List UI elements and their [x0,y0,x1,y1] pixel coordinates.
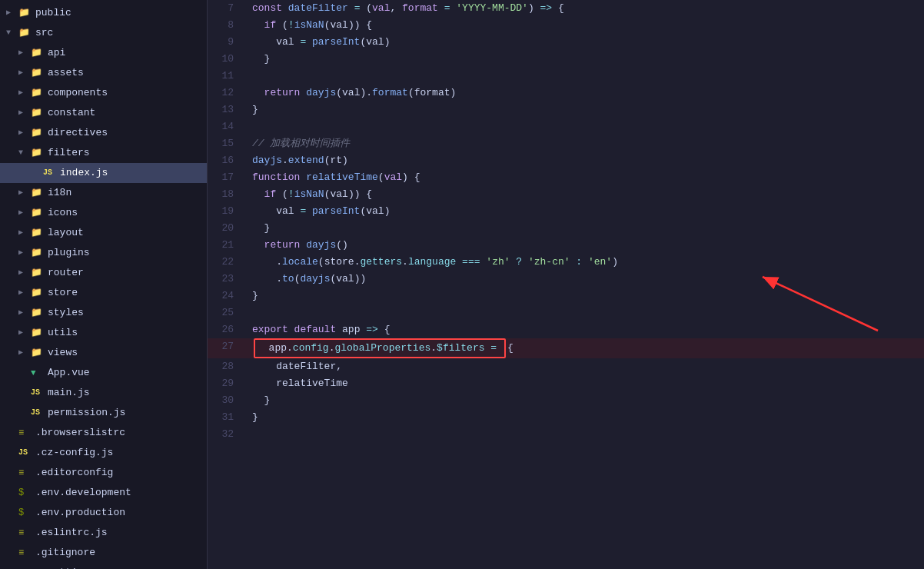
token: } [252,290,258,301]
sidebar-item-permission-js[interactable]: JS permission.js [0,403,207,423]
token: ! [288,19,294,31]
file-label: assets [48,65,201,82]
token: dayjs [252,155,282,166]
chevron-icon: ▶ [18,185,31,201]
env-file-icon: $ [18,484,32,501]
token: val [252,205,294,217]
sidebar-item-eslintrc-js[interactable]: ≡ .eslintrc.js [0,523,207,543]
sidebar-item-layout[interactable]: ▶ 📁 layout [0,223,207,243]
folder-icon: 📁 [31,344,45,361]
token: ( [336,87,342,98]
file-label: store [48,284,201,301]
sidebar-item-api[interactable]: ▶ 📁 api [0,43,207,63]
sidebar-item-styles[interactable]: ▶ 📁 styles [0,303,207,323]
line-content: val = parseInt(val) [246,203,924,220]
file-label: constant [48,105,201,121]
sidebar-item-router[interactable]: ▶ 📁 router [0,263,207,283]
token: language [408,256,456,268]
sidebar-item-components[interactable]: ▶ 📁 components [0,83,207,103]
sidebar-item-main-js[interactable]: JS main.js [0,383,207,403]
line-content: return dayjs() [246,237,924,254]
token: default [294,324,342,335]
sidebar-item-utils[interactable]: ▶ 📁 utils [0,323,207,343]
token: ( [318,256,324,268]
token: val [384,171,402,183]
token: ) { [402,171,420,183]
sidebar-item-plugins[interactable]: ▶ 📁 plugins [0,243,207,263]
sidebar-item-App-vue[interactable]: ▼ App.vue [0,363,207,383]
token: isNaN [294,188,324,200]
sidebar-item-env-development[interactable]: $ .env.development [0,483,207,503]
chevron-icon: ▶ [18,225,31,241]
env-file-icon: $ [18,504,32,521]
chevron-icon: ▶ [18,344,31,361]
sidebar-item-public[interactable]: ▶ 📁 public [0,3,207,23]
token: )) { [348,19,372,31]
token: // 加载相对时间插件 [252,138,350,149]
chevron-icon: ▶ [18,125,31,141]
line-number: 14 [208,118,246,135]
code-line: 15// 加载相对时间插件 [208,135,924,152]
token: } [252,411,258,423]
sidebar-item-icons[interactable]: ▶ 📁 icons [0,203,207,223]
folder-icon: 📁 [31,125,45,141]
token: , [390,2,402,14]
folder-icon: 📁 [31,85,45,101]
config-file-icon: ≡ [18,424,32,441]
token: parseInt [312,36,360,48]
code-line: 12 return dayjs(val).format(format) [208,85,924,101]
token: { [507,342,514,354]
file-label: components [48,85,201,101]
chevron-icon: ▶ [18,304,31,321]
file-label: .eslintrc.js [35,524,201,541]
token: 'YYYY-MM-DD' [456,2,528,14]
code-line: 17function relativeTime(val) { [208,169,924,186]
sidebar-item-prettierrc[interactable]: ≡ .prettierrc [0,563,207,569]
line-number: 13 [208,101,246,118]
token: 'en' [588,256,612,268]
code-line: 9 val = parseInt(val) [208,34,924,51]
line-content: if (!isNaN(val)) { [246,17,924,34]
token: globalProperties [334,342,430,354]
sidebar-item-store[interactable]: ▶ 📁 store [0,283,207,303]
code-line: 31} [208,409,924,426]
line-number: 26 [208,321,246,338]
sidebar-item-browserslistrc[interactable]: ≡ .browserslistrc [0,423,207,443]
file-label: .env.development [35,484,201,501]
line-content: if (!isNaN(val)) { [246,186,924,203]
sidebar-item-env-production[interactable]: $ .env.production [0,503,207,523]
line-content: export default app => { [246,321,924,338]
token: . [252,256,282,268]
code-line: 11 [208,68,924,85]
token: { [552,2,564,14]
file-label: .browserslistrc [35,424,201,441]
sidebar-item-views[interactable]: ▶ 📁 views [0,343,207,363]
file-label: i18n [48,185,201,201]
js-file-icon: JS [18,444,32,461]
token: export [252,324,294,335]
sidebar-item-index-js[interactable]: JS index.js [0,163,207,183]
sidebar-item-editorconfig[interactable]: ≡ .editorconfig [0,463,207,483]
config-file-icon: ≡ [18,564,32,569]
sidebar-item-constant[interactable]: ▶ 📁 constant [0,103,207,123]
code-line: 21 return dayjs() [208,237,924,254]
sidebar-item-filters[interactable]: ▼ 📁 filters [0,143,207,163]
folder-icon: 📁 [31,65,45,82]
file-label: styles [48,304,201,321]
code-line: 29 relativeTime [208,375,924,392]
token: to [282,273,294,284]
line-content: } [246,220,924,237]
file-label: views [48,344,201,361]
sidebar-item-directives[interactable]: ▶ 📁 directives [0,123,207,143]
chevron-icon: ▶ [18,324,31,341]
sidebar-item-assets[interactable]: ▶ 📁 assets [0,63,207,83]
sidebar-item-cz-config-js[interactable]: JS .cz-config.js [0,443,207,463]
sidebar-item-i18n[interactable]: ▶ 📁 i18n [0,183,207,203]
file-label: App.vue [48,364,201,381]
code-line: 18 if (!isNaN(val)) { [208,186,924,203]
sidebar-item-gitignore[interactable]: ≡ .gitignore [0,543,207,563]
file-label: .cz-config.js [35,444,201,461]
file-label: plugins [48,245,201,261]
token: if [252,19,282,31]
sidebar-item-src[interactable]: ▼ 📁 src [0,23,207,43]
